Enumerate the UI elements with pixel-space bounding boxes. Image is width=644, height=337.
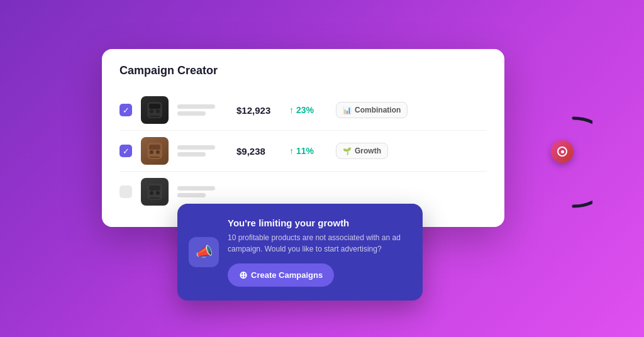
- svg-point-3: [156, 109, 160, 113]
- svg-point-13: [156, 191, 160, 195]
- product-line: [177, 193, 206, 197]
- product-line: [177, 145, 215, 150]
- svg-rect-1: [149, 104, 160, 109]
- growth-icon: 🌱: [343, 147, 352, 155]
- svg-point-8: [156, 150, 160, 154]
- notification-title: You're limiting your growth: [228, 218, 409, 228]
- checkmark-icon: ✓: [123, 106, 130, 115]
- table-row: ✓ $12,923 ↑ 23% 📊: [119, 90, 487, 131]
- row-checkbox-1[interactable]: ✓: [119, 104, 132, 116]
- svg-point-7: [150, 150, 153, 154]
- svg-rect-14: [150, 197, 160, 199]
- create-campaigns-button[interactable]: ⊕ Create Campaigns: [228, 263, 334, 287]
- target-dot: [561, 150, 564, 153]
- product-price-2: $9,238: [236, 146, 280, 157]
- notification-body: 10 profitable products are not associate…: [228, 232, 409, 255]
- tag-label-2: Growth: [355, 146, 381, 155]
- growth-pct-2: 11%: [296, 146, 314, 156]
- arrow-up-icon-2: ↑: [289, 146, 294, 156]
- growth-pct-1: 23%: [296, 105, 314, 115]
- campaign-creator-card: Campaign Creator ✓ $12,923: [102, 49, 504, 227]
- product-price-1: $12,923: [236, 105, 280, 116]
- notification-card: 📣 You're limiting your growth 10 profita…: [177, 204, 423, 301]
- target-ring: [557, 146, 567, 157]
- megaphone-icon: 📣: [196, 244, 213, 260]
- row-checkbox-3[interactable]: [119, 185, 132, 198]
- product-line: [177, 152, 206, 157]
- plus-icon: ⊕: [239, 269, 247, 281]
- svg-point-12: [150, 191, 153, 195]
- tag-2[interactable]: 🌱 Growth: [336, 143, 388, 159]
- product-line: [177, 186, 215, 191]
- product-lines-3: [177, 186, 228, 197]
- row-checkbox-2[interactable]: ✓: [119, 145, 132, 157]
- product-line: [177, 104, 215, 109]
- tag-1[interactable]: 📊 Combination: [336, 102, 408, 118]
- svg-rect-11: [149, 185, 160, 191]
- checkmark-icon: ✓: [123, 146, 130, 156]
- tag-label-1: Combination: [355, 106, 401, 114]
- product-image-1: [141, 96, 169, 124]
- growth-indicator-2: ↑ 11%: [289, 146, 327, 156]
- notification-icon-container: 📣: [189, 237, 219, 267]
- product-image-3: [141, 178, 169, 206]
- svg-rect-9: [150, 157, 160, 158]
- bar-chart-icon: 📊: [343, 106, 352, 114]
- svg-rect-6: [149, 145, 160, 150]
- target-icon: [551, 140, 574, 163]
- product-image-2: [141, 137, 169, 165]
- svg-point-2: [150, 109, 153, 113]
- arrow-up-icon-1: ↑: [289, 105, 294, 115]
- product-line: [177, 111, 206, 116]
- product-lines-2: [177, 145, 228, 157]
- card-title: Campaign Creator: [119, 64, 487, 77]
- growth-indicator-1: ↑ 23%: [289, 105, 327, 115]
- table-row: ✓ $9,238 ↑ 11% 🌱: [119, 131, 487, 172]
- product-lines-1: [177, 104, 228, 116]
- create-campaigns-label: Create Campaigns: [251, 270, 323, 280]
- svg-rect-4: [150, 116, 160, 117]
